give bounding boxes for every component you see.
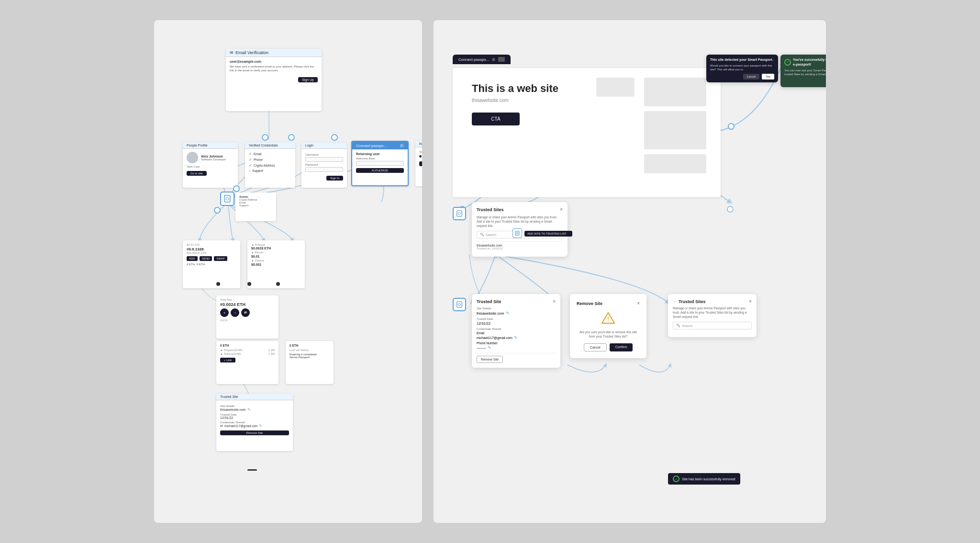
svg-rect-0 xyxy=(224,195,230,202)
wallet-balance: #0.0024 ETH xyxy=(220,302,275,307)
success-notif-desc: You can now use your Smart Passport with… xyxy=(784,68,826,77)
remove-modal-close[interactable]: × xyxy=(637,301,640,306)
warning-triangle-icon: ! xyxy=(601,312,615,324)
email-icon: ✉ xyxy=(230,50,234,55)
add-site-btn[interactable]: ADD SITE TO TRUSTED LIST xyxy=(524,231,572,237)
ts-detail-edit-icon[interactable]: ✎ xyxy=(506,311,510,316)
reveal-button[interactable]: AUTHORIZE xyxy=(419,161,422,166)
ts-phone-edit-icon[interactable]: ✎ xyxy=(488,345,491,350)
ts-email-label: Email xyxy=(477,331,556,335)
asset-rows: 0 ETH 0 ETH xyxy=(187,263,236,266)
circle-connector-1 xyxy=(262,134,268,141)
lower-wallet-1: 0 ETH ▲ Polygon(2248) 1.1M ▲ Solana(2248… xyxy=(216,341,278,384)
credential-detail-frame: Animo Crypto Address Email Support xyxy=(235,192,276,221)
cred-email: Email xyxy=(254,152,261,156)
trusted-site-body: Site Details thisawebsite.com ✎ Trusted … xyxy=(216,400,293,438)
ts-edit-icon[interactable]: ✎ xyxy=(247,407,251,412)
send-btn[interactable]: SEND xyxy=(200,256,212,261)
view-profile-button[interactable]: Go to site xyxy=(187,171,207,176)
lw1-btn[interactable]: + Link xyxy=(220,358,235,362)
detected-title: This site detected your Smart Passport. xyxy=(710,57,774,62)
ts-email-edit-icon[interactable]: ✎ xyxy=(514,335,518,340)
email-address: user@example.com xyxy=(230,60,318,63)
ts-email-row: michael117@gmail.com ✎ xyxy=(477,335,556,340)
ts-modal-2-close[interactable]: × xyxy=(749,299,752,304)
passport-icon-1[interactable] xyxy=(453,207,466,220)
ts-remove-btn[interactable]: Remove Site xyxy=(220,430,289,435)
add-passport-icon[interactable] xyxy=(512,228,522,238)
site-row-1: thisawebsite.com Trusted on: 12/31/22 xyxy=(477,241,563,252)
lw2-eth: 0 ETH xyxy=(290,344,330,347)
signin-button[interactable]: Sign In xyxy=(326,176,343,181)
reveal-desc: Searching for ... xyxy=(419,150,422,153)
ts-phone-label: Phone Number xyxy=(477,341,556,345)
website-cta[interactable]: CTA xyxy=(472,113,520,125)
gray-block-4 xyxy=(596,78,635,97)
gray-block-2 xyxy=(644,111,706,149)
remove-site-modal: Remove Site × ! Are you sure you'd like … xyxy=(570,294,646,358)
warning-icon-wrap: ! xyxy=(577,312,640,326)
ts-site-url-row: thisawebsite.com ✎ xyxy=(477,311,556,316)
ts-date: 12/31/22 xyxy=(220,416,289,419)
check-email: ✓ xyxy=(249,152,252,156)
password-input[interactable] xyxy=(305,167,343,172)
lw1-row1: ▲ Polygon(2248) 1.1M xyxy=(220,349,275,351)
swap-btn[interactable]: SWAP xyxy=(214,256,227,261)
remove-modal-title: Remove Site xyxy=(577,301,602,306)
profile-frame-body: Alex Johnson Software Developer Tech Cor… xyxy=(183,149,238,179)
trusted-site-title: Trusted Site xyxy=(216,394,293,400)
passport-svg xyxy=(223,195,231,203)
detected-confirm-btn[interactable]: Yes xyxy=(762,74,774,79)
circle-connector-3 xyxy=(331,134,338,141)
verified-creds-title: Verified Credentials xyxy=(245,142,295,149)
ts-modal-1-close[interactable]: × xyxy=(560,207,563,212)
cred-support-icon: ○ xyxy=(249,169,251,172)
wallet-action-1[interactable]: + xyxy=(220,308,229,317)
wallet-frame: Total Sila #0.0024 ETH + ↑ ⇄ 0 ETH xyxy=(216,295,278,339)
remove-confirm-btn[interactable]: Confirm xyxy=(610,343,633,351)
crypto-balance-4: $0.001 xyxy=(251,263,301,266)
login-frame: Login Username Password Sign In xyxy=(301,142,347,188)
check-phone: ✓ xyxy=(249,158,252,162)
ts-modal-2-back[interactable]: ← xyxy=(673,299,677,304)
ts-detail-close[interactable]: × xyxy=(553,299,556,304)
returning-button[interactable]: AUTHORIZE xyxy=(356,168,404,173)
trusted-sites-modal-1: Trusted Sites × Manage or share your Ani… xyxy=(472,202,568,257)
success-icon: ✓ xyxy=(673,475,679,482)
ts-detail-footer: Remove Site xyxy=(477,353,556,363)
add-btn[interactable]: ADD xyxy=(187,256,198,261)
svg-rect-7 xyxy=(457,302,462,307)
signup-button[interactable]: Sign Up xyxy=(298,77,318,82)
ts-email-edit[interactable]: ✎ xyxy=(259,424,262,428)
gray-block-1 xyxy=(644,78,706,106)
main-website-frame: This is a web site thisawebsite.com CTA xyxy=(453,68,721,197)
browser-tab-bar: Connect passpo... ⊞ xyxy=(453,55,511,64)
lower-wallet-2: 0 ETH Last sol Stamp Entering a complete… xyxy=(286,341,334,384)
ts-search-2[interactable]: 🔍 Search xyxy=(673,322,752,329)
passport-icon-2[interactable] xyxy=(453,298,466,311)
crypto-balance-label: ▲ Bitcoin xyxy=(251,251,301,254)
asset-body-1: $2.31.123 #0.9.1328 BALANCE ETH ADD SEND… xyxy=(183,240,240,269)
wallet-action-3[interactable]: ⇄ xyxy=(241,308,250,317)
circle-right-website xyxy=(728,123,735,130)
passport-hub-icon[interactable] xyxy=(220,192,234,206)
browser-tab[interactable]: Connect passpo... ⊞ xyxy=(453,55,511,64)
username-input[interactable] xyxy=(305,157,343,162)
detected-actions: Cancel Yes xyxy=(710,74,774,79)
asset-sub-1: BALANCE ETH xyxy=(187,251,236,254)
detected-cancel-btn[interactable]: Cancel xyxy=(743,74,760,79)
svg-point-1 xyxy=(226,197,229,200)
gray-block-3 xyxy=(644,154,706,173)
ts-remove-btn[interactable]: Remove Site xyxy=(477,356,503,363)
crypto-detail-body: ▲ Polygon $0.0028 ETH ▲ Bitcoin $0.01 ▲ … xyxy=(247,240,305,269)
remove-cancel-btn[interactable]: Cancel xyxy=(584,343,607,351)
wallet-action-2[interactable]: ↑ xyxy=(231,308,239,317)
ts-modal-2-header: ← Trusted Sites × xyxy=(673,299,752,304)
success-notif-icon: ✓ xyxy=(784,59,791,66)
dot-2 xyxy=(247,282,251,286)
ts-detail-email: michael117@gmail.com xyxy=(477,336,512,339)
tab-title: Connect passpo... xyxy=(458,57,489,62)
trusted-site-detail-modal: Trusted Site × Site Details thisawebsite… xyxy=(472,294,560,368)
reveal-title: Reveal xyxy=(415,141,422,147)
returning-input[interactable] xyxy=(356,161,404,166)
